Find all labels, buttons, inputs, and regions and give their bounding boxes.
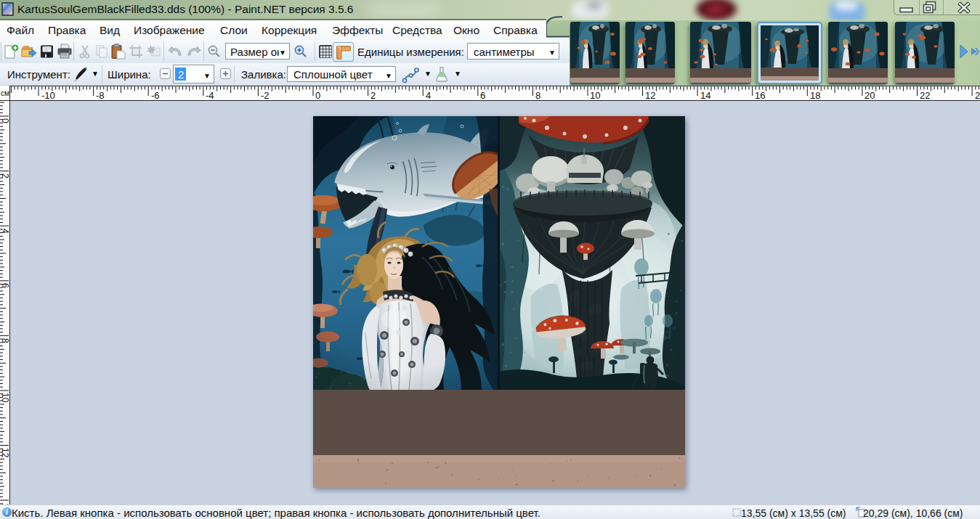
svg-text:0: 0 xyxy=(315,90,320,101)
svg-text:-4: -4 xyxy=(206,90,214,101)
svg-text:22: 22 xyxy=(920,90,930,101)
svg-text:2: 2 xyxy=(0,173,10,179)
svg-text:16: 16 xyxy=(755,90,765,101)
svg-text:2: 2 xyxy=(370,90,376,101)
svg-text:18: 18 xyxy=(810,90,820,101)
svg-text:10: 10 xyxy=(590,90,600,101)
svg-text:0: 0 xyxy=(0,118,10,123)
svg-text:4: 4 xyxy=(0,229,10,234)
svg-text:14: 14 xyxy=(700,90,710,101)
svg-text:10: 10 xyxy=(0,393,10,403)
svg-text:-2: -2 xyxy=(261,90,270,101)
svg-text:6: 6 xyxy=(480,90,485,101)
svg-text:20: 20 xyxy=(864,90,875,101)
svg-text:24: 24 xyxy=(975,90,980,101)
svg-text:-6: -6 xyxy=(151,90,160,101)
svg-text:12: 12 xyxy=(645,90,655,101)
svg-text:8: 8 xyxy=(0,338,10,343)
svg-text:-8: -8 xyxy=(96,90,105,101)
svg-text:-10: -10 xyxy=(41,90,55,101)
svg-text:12: 12 xyxy=(0,448,10,458)
svg-text:6: 6 xyxy=(0,283,10,288)
svg-text:8: 8 xyxy=(535,90,540,101)
svg-text:4: 4 xyxy=(426,90,431,101)
